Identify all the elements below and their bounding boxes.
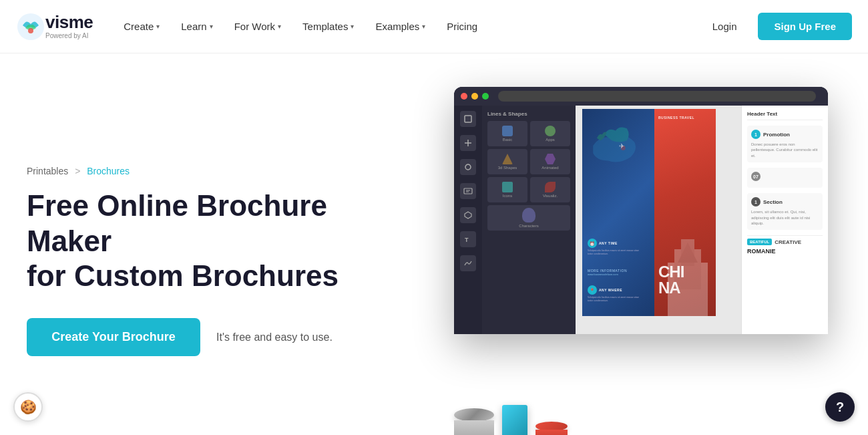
nav-create[interactable]: Create ▾ [114, 15, 169, 37]
toolbar-icon-6[interactable]: T [460, 231, 476, 247]
right-side: T Lines & Shapes Basic [414, 80, 841, 435]
prop-name-section: Section [763, 199, 783, 205]
any-time-label: ANY TIME [599, 241, 618, 245]
toolbar-icon-5[interactable] [460, 207, 476, 223]
window-close-dot [461, 93, 467, 100]
prop-number-section: 1 [751, 197, 761, 206]
nav-examples-label: Examples [375, 21, 419, 32]
panel-item-icon-3 [502, 154, 513, 164]
toolbar-icon-4[interactable] [460, 183, 476, 199]
panel-section-title: Lines & Shapes [487, 111, 570, 117]
nav-templates-chevron: ▾ [351, 23, 354, 30]
shape-blue-box [502, 405, 527, 435]
nav-pricing-label: Pricing [447, 21, 477, 32]
breadcrumb: Printables > Brochures [27, 166, 414, 176]
editor-panel: Lines & Shapes Basic Apps [482, 106, 576, 334]
nav-templates-label: Templates [302, 21, 348, 32]
shape-red-disc [535, 422, 568, 435]
logo-text-area: visme Powered by AI [45, 13, 93, 39]
breadcrumb-current: Brochures [87, 166, 130, 176]
editor-canvas: ✈ MORE INFORMATION www.businessdeluxe.co… [576, 106, 741, 334]
panel-item-label-5: Icons [503, 194, 512, 198]
toolbar-icon-3[interactable] [460, 159, 476, 175]
navbar: visme Powered by AI Create ▾ Learn ▾ For… [0, 0, 868, 53]
brochure-map [586, 119, 646, 172]
hero-title-line1: Free Online Brochure Maker [27, 189, 327, 257]
login-button[interactable]: Login [702, 15, 748, 37]
any-time-body: Volutpat odio facilisis mauris sit amet … [588, 249, 641, 256]
anytime-icon: ⏰ [588, 239, 597, 248]
prop-item-date-header: 07 [751, 172, 819, 181]
properties-header: Header Text [747, 111, 823, 120]
editor-toolbar: T [454, 106, 482, 334]
prop-footer: BEATIFUL CREATIVE [747, 235, 823, 245]
shape-gray-cylinder [454, 408, 494, 435]
panel-item-icon-6 [545, 182, 556, 192]
svg-rect-2 [465, 116, 471, 122]
toolbar-icon-2[interactable] [460, 135, 476, 151]
panel-item-3[interactable]: 3d Shapes [487, 149, 527, 174]
url-bar [498, 91, 816, 102]
hero-title: Free Online Brochure Maker for Custom Br… [27, 188, 414, 294]
panel-item-characters[interactable]: Characters [487, 205, 570, 231]
panel-item-label-char: Characters [519, 224, 538, 228]
nav-forwork-chevron: ▾ [278, 23, 281, 30]
panel-item-icon-4 [545, 154, 556, 164]
brochure-business-text: BUSINESS TRAVEL [658, 116, 694, 120]
panel-item-2[interactable]: Apps [530, 121, 570, 146]
breadcrumb-separator: > [75, 166, 83, 176]
panel-item-label-6: Visualiz. [543, 194, 558, 198]
help-icon: ? [836, 400, 844, 415]
signup-button[interactable]: Sign Up Free [758, 13, 852, 40]
main-content: Printables > Brochures Free Online Broch… [0, 53, 868, 435]
brochure-right-panel: BUSINESS TRAVEL CHINA [654, 109, 716, 316]
any-where-body: Volutpat odio facilisis mauris sit amet … [588, 296, 641, 303]
laptop-screen: T Lines & Shapes Basic [454, 87, 828, 334]
panel-item-1[interactable]: Basic [487, 121, 527, 146]
toolbar-icon-7[interactable] [460, 255, 476, 271]
nav-learn-label: Learn [181, 21, 206, 32]
brochure-info-block: MORE INFORMATION www.businessdeluxe.com [588, 269, 649, 276]
nav-examples[interactable]: Examples ▾ [366, 15, 435, 37]
logo[interactable]: visme Powered by AI [16, 12, 93, 41]
brand-name: visme [45, 13, 93, 31]
nav-examples-chevron: ▾ [422, 23, 425, 30]
nav-forwork[interactable]: For Work ▾ [225, 15, 290, 37]
panel-grid: Basic Apps 3d Shapes [487, 121, 570, 231]
panel-item-4[interactable]: Animated [530, 149, 570, 174]
nav-forwork-label: For Work [234, 21, 275, 32]
panel-item-6[interactable]: Visualiz. [530, 177, 570, 202]
svg-point-5 [465, 164, 471, 170]
any-where-label: ANY WHERE [599, 288, 622, 292]
shape-red-body [535, 430, 568, 435]
3d-shapes [454, 405, 568, 435]
brochure-any-time-section: ⏰ ANY TIME Volutpat odio facilisis mauri… [588, 239, 641, 256]
hero-title-line2: for Custom Brochures [27, 259, 339, 292]
window-minimize-dot [471, 93, 478, 100]
help-button[interactable]: ? [825, 392, 855, 422]
prop-desc-section: Lorem, sit ullamco et. Qui, nisi, adipis… [751, 209, 819, 226]
prop-item-date: 07 [747, 168, 823, 188]
brochure-url: www.businessdeluxe.com [588, 273, 649, 276]
cookie-icon: 🍪 [20, 399, 37, 415]
laptop-titlebar [454, 87, 828, 106]
laptop-mockup: T Lines & Shapes Basic [454, 87, 855, 368]
svg-rect-6 [464, 188, 472, 194]
create-brochure-button[interactable]: Create Your Brochure [27, 318, 200, 356]
plane-icon: ✈ [619, 142, 624, 150]
svg-text:T: T [465, 237, 469, 243]
nav-right: Login Sign Up Free [702, 13, 852, 40]
nav-learn[interactable]: Learn ▾ [172, 15, 222, 37]
panel-item-5[interactable]: Icons [487, 177, 527, 202]
left-side: Printables > Brochures Free Online Broch… [27, 159, 414, 356]
prop-romanie: ROMANIE [747, 248, 823, 255]
prop-number-1: 1 [751, 130, 761, 139]
nav-templates[interactable]: Templates ▾ [293, 15, 363, 37]
panel-item-icon-5 [502, 182, 513, 192]
cookie-consent-button[interactable]: 🍪 [13, 392, 43, 422]
nav-pricing[interactable]: Pricing [437, 15, 487, 37]
toolbar-icon-1[interactable] [460, 111, 476, 127]
prop-item-promotion: 1 Promotion Donec posuere eros non pelle… [747, 126, 823, 162]
breadcrumb-parent[interactable]: Printables [27, 166, 68, 176]
nav-learn-chevron: ▾ [210, 23, 213, 30]
